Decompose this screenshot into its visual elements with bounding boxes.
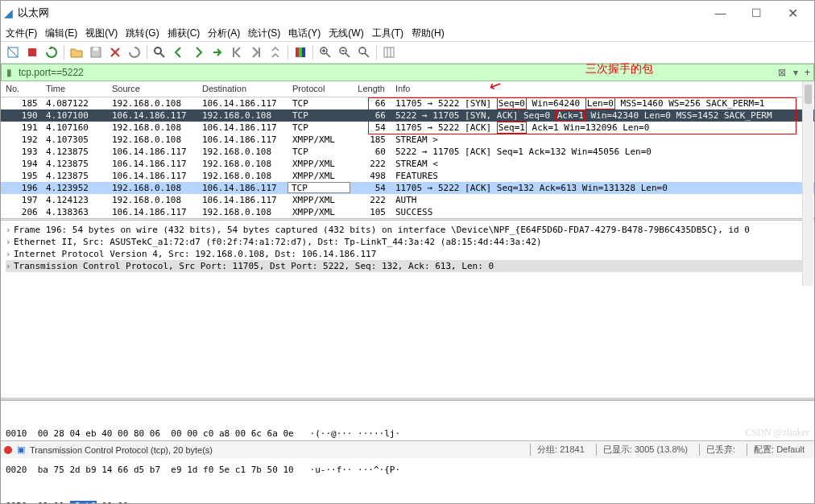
packet-row[interactable]: 1924.107305192.168.0.108106.14.186.117XM… bbox=[1, 134, 814, 146]
detail-tcp[interactable]: Transmission Control Protocol, Src Port:… bbox=[14, 261, 494, 271]
detail-frame[interactable]: Frame 196: 54 bytes on wire (432 bits), … bbox=[14, 225, 750, 235]
open-file-icon[interactable] bbox=[68, 43, 85, 61]
col-protocol[interactable]: Protocol bbox=[288, 81, 350, 97]
clear-filter-icon[interactable]: ⊠ bbox=[775, 67, 789, 78]
col-length[interactable]: Length bbox=[350, 81, 391, 97]
cell-destination: 106.14.186.117 bbox=[197, 134, 288, 146]
start-capture-icon[interactable] bbox=[4, 43, 22, 61]
cell-no: 196 bbox=[1, 182, 41, 194]
close-file-icon[interactable] bbox=[106, 43, 124, 61]
save-file-icon[interactable] bbox=[87, 43, 105, 61]
packet-row[interactable]: 1974.124123192.168.0.108106.14.186.117XM… bbox=[1, 194, 814, 206]
go-back-icon[interactable] bbox=[170, 43, 188, 61]
zoom-reset-icon[interactable] bbox=[355, 43, 373, 61]
svg-rect-7 bbox=[302, 48, 305, 57]
packet-row[interactable]: 1854.087122192.168.0.108106.14.186.117TC… bbox=[1, 97, 814, 109]
cell-length: 66 bbox=[350, 109, 391, 122]
cell-length: 185 bbox=[350, 134, 391, 146]
close-button[interactable]: ✕ bbox=[775, 2, 811, 24]
cell-protocol: XMPP/XML bbox=[288, 206, 350, 218]
detail-ethernet[interactable]: Ethernet II, Src: ASUSTekC_a1:72:d7 (f0:… bbox=[14, 237, 542, 247]
expand-icon[interactable]: › bbox=[6, 224, 14, 236]
menu-wireless[interactable]: 无线(W) bbox=[329, 27, 363, 40]
packet-row[interactable]: 1904.107100106.14.186.117192.168.0.108TC… bbox=[1, 109, 814, 122]
cell-source: 106.14.186.117 bbox=[107, 170, 197, 182]
cell-destination: 106.14.186.117 bbox=[197, 194, 288, 206]
col-destination[interactable]: Destination bbox=[197, 81, 288, 97]
packet-row[interactable]: 1964.123952192.168.0.108106.14.186.117TC… bbox=[1, 182, 814, 194]
reload-icon[interactable] bbox=[126, 43, 143, 61]
menu-file[interactable]: 文件(F) bbox=[6, 27, 37, 40]
hex-selected-bytes[interactable]: e5 b2 bbox=[70, 501, 97, 504]
filter-dropdown-icon[interactable]: ▾ bbox=[789, 67, 801, 78]
cell-protocol: TCP bbox=[288, 97, 350, 109]
cell-destination: 192.168.0.108 bbox=[197, 206, 288, 218]
expand-icon[interactable]: › bbox=[6, 236, 14, 248]
add-filter-button[interactable]: + bbox=[801, 67, 813, 78]
zoom-in-icon[interactable] bbox=[316, 43, 334, 61]
go-last-icon[interactable] bbox=[247, 43, 265, 61]
scrollbar-thumb[interactable] bbox=[805, 85, 812, 104]
display-filter-input[interactable] bbox=[16, 67, 775, 78]
expand-icon[interactable]: › bbox=[6, 248, 14, 260]
packet-list-header[interactable]: No. Time Source Destination Protocol Len… bbox=[1, 81, 814, 97]
find-icon[interactable] bbox=[151, 43, 168, 61]
auto-scroll-icon[interactable] bbox=[267, 43, 284, 61]
colorize-icon[interactable] bbox=[292, 43, 309, 61]
packet-bytes[interactable]: 0010 00 28 04 eb 40 00 80 06 00 00 c0 a8… bbox=[1, 400, 814, 440]
svg-rect-3 bbox=[93, 48, 98, 51]
details-blank-area bbox=[1, 283, 814, 398]
minimize-button[interactable]: — bbox=[702, 2, 738, 24]
col-info[interactable]: Info bbox=[391, 81, 814, 97]
maximize-button[interactable]: ☐ bbox=[738, 2, 775, 24]
menu-view[interactable]: 视图(V) bbox=[85, 27, 118, 40]
packet-row[interactable]: 1944.123875106.14.186.117192.168.0.108XM… bbox=[1, 158, 814, 170]
menu-tools[interactable]: 工具(T) bbox=[372, 27, 403, 40]
cell-length: 54 bbox=[350, 182, 391, 194]
cell-info: STREAM > bbox=[391, 134, 814, 146]
go-to-packet-icon[interactable] bbox=[209, 43, 226, 61]
cell-time: 4.123875 bbox=[41, 170, 107, 182]
cell-protocol: TCP bbox=[288, 182, 350, 193]
menu-capture[interactable]: 捕获(C) bbox=[168, 27, 201, 40]
scrollbar-vertical[interactable] bbox=[802, 81, 813, 286]
menu-bar: 文件(F) 编辑(E) 视图(V) 跳转(G) 捕获(C) 分析(A) 统计(S… bbox=[1, 25, 814, 41]
hex-bytes[interactable]: 00 00 bbox=[97, 501, 129, 504]
menu-edit[interactable]: 编辑(E) bbox=[45, 27, 77, 40]
menu-stats[interactable]: 统计(S) bbox=[248, 27, 280, 40]
packet-row[interactable]: 2064.138363106.14.186.117192.168.0.108XM… bbox=[1, 206, 814, 218]
hex-bytes[interactable]: ba 75 2d b9 14 66 d5 b7 e9 1d f0 5e c1 7… bbox=[38, 465, 294, 475]
packet-row[interactable]: 1954.123875106.14.186.117192.168.0.108XM… bbox=[1, 170, 814, 182]
go-first-icon[interactable] bbox=[228, 43, 246, 61]
cell-time: 4.123875 bbox=[41, 158, 107, 170]
cell-length: 105 bbox=[350, 206, 391, 218]
col-no[interactable]: No. bbox=[1, 81, 41, 97]
zoom-out-icon[interactable] bbox=[336, 43, 354, 61]
menu-help[interactable]: 帮助(H) bbox=[412, 27, 445, 40]
cell-destination: 106.14.186.117 bbox=[197, 182, 288, 194]
menu-analyze[interactable]: 分析(A) bbox=[208, 27, 240, 40]
expand-icon[interactable]: › bbox=[6, 260, 14, 272]
go-forward-icon[interactable] bbox=[189, 43, 207, 61]
restart-capture-icon[interactable] bbox=[43, 43, 60, 61]
col-source[interactable]: Source bbox=[107, 81, 197, 97]
packet-row[interactable]: 1934.123875106.14.186.117192.168.0.108TC… bbox=[1, 146, 814, 158]
cell-info: FEATURES bbox=[391, 170, 814, 182]
packet-list[interactable]: 三次握手的包 ↙ No. Time Source Destination Pro… bbox=[1, 81, 814, 218]
window-title: 以太网 bbox=[18, 6, 702, 20]
svg-point-10 bbox=[359, 48, 366, 54]
detail-ip[interactable]: Internet Protocol Version 4, Src: 192.16… bbox=[14, 249, 376, 259]
hex-bytes[interactable]: 00 28 04 eb 40 00 80 06 00 00 c0 a8 00 6… bbox=[38, 428, 294, 439]
cell-source: 192.168.0.108 bbox=[107, 134, 197, 146]
packet-row[interactable]: 1914.107160192.168.0.108106.14.186.117TC… bbox=[1, 122, 814, 134]
resize-columns-icon[interactable] bbox=[380, 43, 398, 61]
stop-capture-icon[interactable] bbox=[23, 43, 41, 61]
cell-source: 106.14.186.117 bbox=[107, 109, 197, 122]
packet-details[interactable]: ›Frame 196: 54 bytes on wire (432 bits),… bbox=[1, 221, 814, 283]
bookmark-filter-icon[interactable]: ▮ bbox=[2, 67, 16, 78]
hex-bytes[interactable]: 02 01 bbox=[38, 501, 70, 504]
col-time[interactable]: Time bbox=[41, 81, 107, 97]
cell-time: 4.124123 bbox=[41, 194, 107, 206]
menu-goto[interactable]: 跳转(G) bbox=[126, 27, 159, 40]
menu-telephony[interactable]: 电话(Y) bbox=[288, 27, 321, 40]
